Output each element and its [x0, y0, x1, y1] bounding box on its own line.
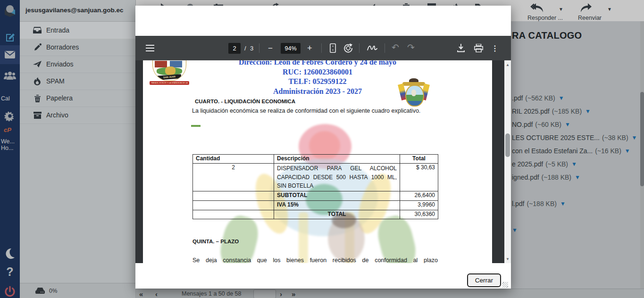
- pdf-page-input[interactable]: 2: [228, 43, 241, 54]
- zoom-in-button[interactable]: +: [307, 43, 312, 53]
- table-cell-total-value: 30,6360: [400, 210, 438, 219]
- fit-to-page-icon[interactable]: [328, 43, 337, 53]
- toolbar-divider: [385, 43, 385, 53]
- doc-section5-title: QUINTA. – PLAZO: [192, 239, 239, 244]
- doc-section4-text: La liquidación económica se realiza de c…: [192, 108, 444, 114]
- pdf-page-separator: /: [244, 45, 246, 52]
- dialog-resize-handle[interactable]: [502, 282, 508, 288]
- close-dialog-button[interactable]: Cerrar: [467, 273, 501, 287]
- table-cell-total: $ 30,63: [400, 164, 438, 191]
- table-header-descripcion: Descripción: [274, 155, 400, 164]
- undo-icon[interactable]: ↶: [392, 42, 399, 53]
- zoom-out-button[interactable]: −: [268, 44, 273, 53]
- table-cell-total-label: TOTAL: [274, 210, 400, 219]
- rotate-icon[interactable]: [343, 43, 353, 53]
- pdf-more-options-kebab-icon[interactable]: ⋮: [492, 43, 498, 53]
- table-cell-cantidad: 2: [193, 164, 274, 191]
- table-cell-empty: [193, 210, 274, 219]
- table-cell-subtotal-value: 26,6400: [400, 191, 438, 201]
- watermark-leaves-left-shape: [217, 213, 262, 263]
- doc-header-line: Dirección: Leon de Febres Cordero y 24 d…: [143, 60, 492, 66]
- pdf-toolbar: 2 / 3 − 94% + ↶ ↷: [135, 36, 511, 60]
- toolbar-divider: [259, 43, 259, 53]
- table-header-cantidad: Cantidad: [193, 155, 274, 164]
- pdf-scrollbar[interactable]: ▲ ▼: [504, 60, 511, 263]
- doc-header-line: TELF: 052959122: [143, 77, 492, 86]
- scroll-up-arrow-icon[interactable]: ▲: [504, 61, 511, 68]
- watermark-column-left-shape: [299, 212, 308, 263]
- pdf-page-total: 3: [250, 45, 253, 52]
- table-cell-descripcion: DISPENSADOR PARA GEL ALCOHOL CAPACIDAD D…: [274, 164, 400, 191]
- dialog-footer: Cerrar: [135, 263, 511, 289]
- doc-section4-title: CUARTO. - LIQUIDACIÓN ECONOMICA: [195, 99, 295, 104]
- download-icon[interactable]: [456, 43, 466, 53]
- table-cell-empty: [193, 191, 274, 201]
- pdf-scrollbar-thumb[interactable]: [505, 133, 510, 157]
- table-header-total: Total: [400, 155, 438, 164]
- pdf-page: SAN JUAN PARA EL HONOR Y LA GRANDEZA DE …: [143, 60, 492, 263]
- doc-header-line: RUC: 1260023860001: [143, 68, 492, 76]
- doc-section5-text: Se deja constancia que los bienes fueron…: [192, 257, 438, 263]
- table-cell-iva-value: 3,9960: [400, 201, 438, 210]
- doc-liquidation-table: Cantidad Descripción Total 2 DISPENSADOR…: [192, 154, 438, 219]
- table-cell-empty: [193, 201, 274, 210]
- scroll-down-arrow-icon[interactable]: ▼: [504, 256, 511, 262]
- doc-green-mark: [191, 125, 201, 127]
- print-icon[interactable]: [473, 43, 484, 53]
- app-screen: Cal cP We... Ho... ? jesusgavilanes@sanj…: [0, 0, 644, 298]
- doc-header-line: Administración 2023 - 2027: [143, 87, 492, 96]
- draw-annotate-icon[interactable]: [367, 43, 378, 53]
- pdf-preview-dialog: 2 / 3 − 94% + ↶ ↷: [135, 6, 511, 289]
- toolbar-divider: [321, 43, 322, 53]
- zoom-level-value[interactable]: 94%: [281, 43, 301, 54]
- table-cell-iva-label: IVA 15%: [274, 201, 400, 210]
- redo-icon[interactable]: ↷: [407, 42, 415, 53]
- toolbar-divider: [359, 43, 360, 53]
- table-cell-subtotal-label: SUBTOTAL: [274, 191, 400, 201]
- pdf-viewer-area: SAN JUAN PARA EL HONOR Y LA GRANDEZA DE …: [135, 60, 511, 263]
- pdf-menu-hamburger-icon[interactable]: [145, 43, 155, 53]
